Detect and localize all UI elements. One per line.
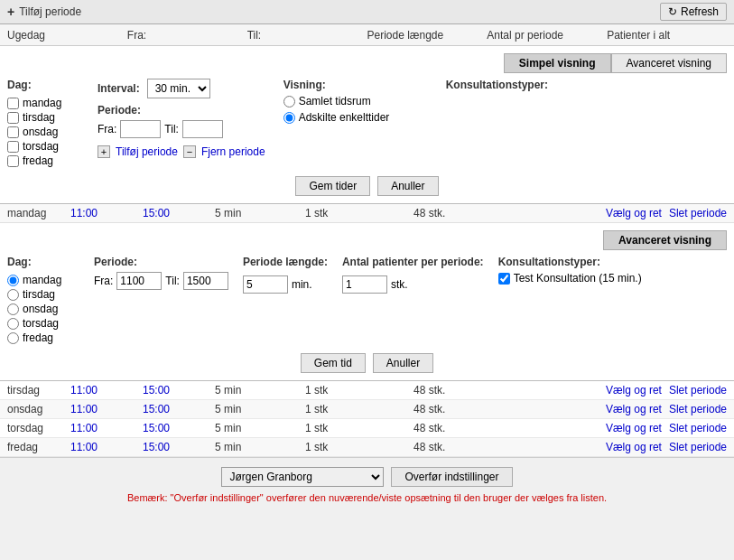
s2-konsultation-item-label: Test Konsultation (15 min.) xyxy=(514,272,642,285)
fra-label: Fra: xyxy=(98,123,116,135)
s2-periode-section: Periode: Fra: Til: xyxy=(94,256,228,290)
periode-label: Periode: xyxy=(98,104,141,117)
mandag-row: mandag 11:00 15:00 5 min 1 stk 48 stk. V… xyxy=(0,204,734,223)
br3-pi: 48 stk. xyxy=(413,441,606,453)
plus-icon: + xyxy=(7,5,14,19)
mandag-slet[interactable]: Slet periode xyxy=(669,207,727,219)
refresh-button[interactable]: ↻ Refresh xyxy=(660,3,727,21)
col-ugedag: Ugedag xyxy=(7,29,127,42)
gem-tider-button[interactable]: Gem tider xyxy=(295,176,370,196)
transfer-select[interactable]: Jørgen Granborg xyxy=(221,467,384,487)
interval-select[interactable]: 5 min. 10 min. 15 min. 20 min. 30 min. 6… xyxy=(147,79,210,98)
simpel-visning-button[interactable]: Simpel visning xyxy=(504,53,611,73)
s2-dag-tirsdag[interactable]: tirsdag xyxy=(7,288,79,301)
overfoe-button[interactable]: Overfør indstillinger xyxy=(391,467,512,487)
mandag-vaelg-ret[interactable]: Vælg og ret xyxy=(606,207,662,219)
dag-torsdag[interactable]: torsdag xyxy=(7,140,79,153)
br0-pl: 5 min xyxy=(215,384,305,397)
s2-dag-mandag[interactable]: mandag xyxy=(7,274,79,286)
gem-tid-button[interactable]: Gem tid xyxy=(301,353,366,373)
s2-dag-fredag-label: fredag xyxy=(23,331,53,344)
transfer-section: Jørgen Granborg Overfør indstillinger Be… xyxy=(0,457,734,509)
s2-periode-row: Fra: Til: xyxy=(94,272,228,290)
br0-fra: 11:00 xyxy=(70,384,143,397)
fjern-periode-link[interactable]: Fjern periode xyxy=(201,145,265,158)
dag-onsdag-checkbox[interactable] xyxy=(7,126,19,138)
s2-til-input[interactable] xyxy=(183,272,228,290)
annuller-button-2[interactable]: Anuller xyxy=(373,353,433,373)
transfer-note: Bemærk: "Overfør indstillinger" overføre… xyxy=(127,492,607,503)
br2-vaelg[interactable]: Vælg og ret xyxy=(606,422,662,434)
konsultation-label: Konsultationstyper: xyxy=(446,79,548,91)
section1: Simpel visning Avanceret visning Dag: ma… xyxy=(0,46,734,204)
s2-dag-mandag-radio[interactable] xyxy=(7,275,19,286)
dag-mandag-label: mandag xyxy=(23,97,61,109)
dag-mandag-checkbox[interactable] xyxy=(7,98,19,109)
s2-konsultation-item[interactable]: Test Konsultation (15 min.) xyxy=(498,272,642,285)
s2-stk-label: stk. xyxy=(391,278,408,291)
bottom-row-3: fredag 11:00 15:00 5 min 1 stk 48 stk. V… xyxy=(0,438,734,457)
s2-dag-torsdag-label: torsdag xyxy=(23,317,59,330)
br0-vaelg[interactable]: Vælg og ret xyxy=(606,384,662,397)
s2-konsultation-checkbox[interactable] xyxy=(498,273,510,285)
tilfoej-periode-link[interactable]: Tilføj periode xyxy=(116,145,178,158)
br2-dag: torsdag xyxy=(7,422,70,434)
s2-dag-fredag[interactable]: fredag xyxy=(7,331,79,344)
dag-tirsdag[interactable]: tirsdag xyxy=(7,111,79,124)
til-input[interactable] xyxy=(182,120,223,138)
dag-onsdag[interactable]: onsdag xyxy=(7,126,79,138)
s2-ap-row: stk. xyxy=(342,275,484,294)
s2-ap-input[interactable] xyxy=(342,275,387,294)
br1-pi: 48 stk. xyxy=(413,403,606,415)
section2-content: Dag: mandag tirsdag onsdag torsdag freda… xyxy=(7,256,727,344)
s2-pl-input[interactable] xyxy=(243,275,288,294)
br2-til: 15:00 xyxy=(143,422,215,434)
add-box-icon[interactable]: + xyxy=(98,145,110,158)
visning-samlet-label: Samlet tidsrum xyxy=(299,95,371,107)
dag-tirsdag-checkbox[interactable] xyxy=(7,112,19,124)
mandag-actions: Vælg og ret Slet periode xyxy=(606,207,727,219)
br0-dag: tirsdag xyxy=(7,384,70,397)
dag-torsdag-label: torsdag xyxy=(23,140,59,153)
s2-dag-onsdag-radio[interactable] xyxy=(7,303,19,315)
visning-adskilte-radio[interactable] xyxy=(283,112,295,124)
dag-fredag[interactable]: fredag xyxy=(7,154,79,167)
s2-min-label: min. xyxy=(292,278,312,291)
dag-torsdag-checkbox[interactable] xyxy=(7,141,19,153)
br1-vaelg[interactable]: Vælg og ret xyxy=(606,403,662,415)
s2-dag-fredag-radio[interactable] xyxy=(7,332,19,344)
br0-slet[interactable]: Slet periode xyxy=(669,384,727,397)
s2-fra-input[interactable] xyxy=(116,272,162,290)
add-remove-row: + Tilføj periode − Fjern periode xyxy=(98,145,265,158)
avanceret-visning-button[interactable]: Avanceret visning xyxy=(611,53,728,73)
gem-row-1: Gem tider Anuller xyxy=(7,176,727,196)
br3-fra: 11:00 xyxy=(70,441,143,453)
avanceret-visning-button-2[interactable]: Avanceret visning xyxy=(603,230,727,250)
s2-dag-torsdag[interactable]: torsdag xyxy=(7,317,79,330)
dag-fredag-checkbox[interactable] xyxy=(7,155,19,167)
col-pi: Patienter i alt xyxy=(607,29,727,42)
fra-input[interactable] xyxy=(120,120,161,138)
s2-dag-onsdag[interactable]: onsdag xyxy=(7,303,79,315)
br3-vaelg[interactable]: Vælg og ret xyxy=(606,441,662,453)
mandag-til: 15:00 xyxy=(143,207,215,219)
br1-fra: 11:00 xyxy=(70,403,143,415)
br2-slet[interactable]: Slet periode xyxy=(669,422,727,434)
visning-samlet[interactable]: Samlet tidsrum xyxy=(283,95,428,107)
annuller-button-1[interactable]: Anuller xyxy=(377,176,438,196)
s2-dag-onsdag-label: onsdag xyxy=(23,303,58,315)
dag-mandag[interactable]: mandag xyxy=(7,97,79,109)
s2-dag-torsdag-radio[interactable] xyxy=(7,318,19,330)
visning-samlet-radio[interactable] xyxy=(283,96,295,107)
br1-slet[interactable]: Slet periode xyxy=(669,403,727,415)
s2-pl-label: Periode længde: xyxy=(243,256,328,268)
add-periode-bar[interactable]: + Tilføj periode xyxy=(7,5,81,19)
bottom-row-1: onsdag 11:00 15:00 5 min 1 stk 48 stk. V… xyxy=(0,400,734,419)
visning-adskilte[interactable]: Adskilte enkelttider xyxy=(283,111,428,124)
til-label: Til: xyxy=(164,123,179,135)
remove-box-icon[interactable]: − xyxy=(183,145,196,158)
br3-slet[interactable]: Slet periode xyxy=(669,441,727,453)
s2-dag-tirsdag-radio[interactable] xyxy=(7,289,19,301)
dag-label-2: Dag: xyxy=(7,256,79,268)
s2-konsultation-label: Konsultationstyper: xyxy=(498,256,642,268)
